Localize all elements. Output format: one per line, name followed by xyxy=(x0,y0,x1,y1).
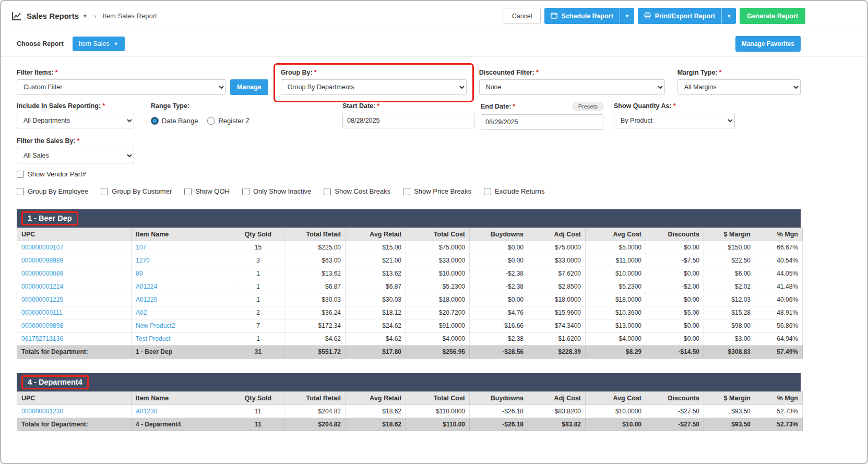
report-type-label: Item Sales xyxy=(79,40,110,47)
department-title: 1 - Beer Dep xyxy=(21,211,78,225)
column-header: Qty Sold xyxy=(232,228,284,241)
chevron-down-icon[interactable]: ▼ xyxy=(721,8,736,24)
table-cell: -$26.18 xyxy=(470,405,528,418)
department-group: 4 - Deparment4UPCItem NameQty SoldTotal … xyxy=(17,373,801,431)
table-cell: -$2.00 xyxy=(646,280,704,293)
totals-cell: -$28.56 xyxy=(470,346,528,359)
item-name-link[interactable]: A01224 xyxy=(136,283,157,290)
table-cell: $6.87 xyxy=(346,280,406,293)
cancel-button[interactable]: Cancel xyxy=(504,8,541,24)
table-cell: $18.0000 xyxy=(406,293,470,306)
item-name-link[interactable]: New Product2 xyxy=(136,322,175,329)
manage-filter-button[interactable]: Manage xyxy=(230,79,268,95)
presets-button[interactable]: Presets xyxy=(573,102,603,111)
upc-link[interactable]: 000000009898 xyxy=(21,322,63,329)
item-name-link[interactable]: 1270 xyxy=(136,257,150,264)
table-cell: $4.0000 xyxy=(406,332,470,346)
table-cell: 1270 xyxy=(132,254,232,267)
upc-link[interactable]: 000000001225 xyxy=(21,296,63,303)
item-name-link[interactable]: A02 xyxy=(136,309,147,316)
column-header: % Mgn xyxy=(755,392,803,405)
sales-report-table: UPCItem NameQty SoldTotal RetailAvg Reta… xyxy=(17,228,803,359)
include-in-sales-select[interactable]: All Departments xyxy=(17,113,134,128)
chevron-down-icon[interactable]: ▼ xyxy=(620,8,634,24)
item-name-link[interactable]: A01225 xyxy=(136,296,157,303)
upc-link[interactable]: 061752713136 xyxy=(21,335,63,342)
report-type-dropdown[interactable]: Item Sales ▼ xyxy=(73,37,125,51)
upc-link[interactable]: 000000000111 xyxy=(21,309,62,316)
table-cell: $6.87 xyxy=(284,280,346,293)
department-title: 4 - Deparment4 xyxy=(21,375,89,389)
upc-link[interactable]: 000000000089 xyxy=(21,270,63,277)
date-range-radio[interactable]: Date Range xyxy=(151,117,198,125)
item-name-link[interactable]: Test Product xyxy=(136,335,171,342)
schedule-report-button[interactable]: Schedule Report ▼ xyxy=(544,8,634,24)
group-by-select[interactable]: Group By Departments xyxy=(281,79,467,95)
column-header: Qty Sold xyxy=(232,392,284,405)
filter-sales-by-select[interactable]: All Sales xyxy=(17,148,134,163)
item-name-link[interactable]: 107 xyxy=(136,244,146,251)
margin-type-select[interactable]: All Margins xyxy=(677,79,801,95)
choose-report-strip: Choose Report Item Sales ▼ Manage Favori… xyxy=(1,31,867,57)
start-date-input[interactable] xyxy=(342,113,474,128)
table-cell: $11.0000 xyxy=(586,254,646,267)
margin-type-label: Margin Type: xyxy=(677,69,718,76)
table-cell: 56.86% xyxy=(755,319,803,332)
upc-link[interactable]: 000000001230 xyxy=(21,408,63,415)
department-totals-row: Totals for Department:1 - Beer Dep31$551… xyxy=(17,346,803,359)
table-cell: -$2.38 xyxy=(470,280,528,293)
discounted-filter-select[interactable]: None xyxy=(479,79,665,95)
table-cell: $20.7200 xyxy=(406,306,470,319)
register-z-radio[interactable]: Register Z xyxy=(207,117,249,125)
show-vendor-part-checkbox[interactable]: Show Vendor Part# xyxy=(17,170,801,178)
upc-link[interactable]: 000000098989 xyxy=(21,257,63,264)
table-cell: $15.00 xyxy=(346,241,406,254)
end-date-input[interactable] xyxy=(481,114,603,130)
totals-cell: $10.00 xyxy=(586,418,646,431)
column-header: UPC xyxy=(17,228,132,241)
print-export-button[interactable]: Print/Export Report ▼ xyxy=(638,8,736,24)
filter-items-select[interactable]: Custom Filter xyxy=(17,79,226,95)
include-in-sales-field: Include In Sales Reporting:* All Departm… xyxy=(17,102,134,128)
group-by-employee-checkbox[interactable]: Group By Employee xyxy=(17,187,88,195)
generate-report-button[interactable]: Generate Report xyxy=(740,8,805,24)
table-cell: 66.67% xyxy=(755,241,803,254)
table-cell: $18.62 xyxy=(346,405,406,418)
show-qoh-checkbox[interactable]: Show QOH xyxy=(184,187,230,195)
table-header-row: UPCItem NameQty SoldTotal RetailAvg Reta… xyxy=(17,392,803,405)
include-in-sales-label: Include In Sales Reporting: xyxy=(17,102,101,110)
exclude-returns-checkbox[interactable]: Exclude Returns xyxy=(484,187,544,195)
margin-type-field: Margin Type:* All Margins xyxy=(677,68,801,95)
calendar-icon xyxy=(551,12,557,20)
show-cost-breaks-checkbox[interactable]: Show Cost Breaks xyxy=(324,187,390,195)
totals-cell: $551.72 xyxy=(284,346,346,359)
column-header: $ Margin xyxy=(704,228,755,241)
table-cell: $4.62 xyxy=(346,332,406,346)
report-filters: Filter Items:* Custom Filter Manage Grou… xyxy=(1,57,867,195)
totals-cell: 11 xyxy=(232,418,284,431)
table-cell: $12.03 xyxy=(704,293,755,306)
filter-sales-by-field: Filter the Sales By:* All Sales xyxy=(17,137,134,163)
table-cell: 000000000089 xyxy=(17,267,132,280)
only-show-inactive-checkbox[interactable]: Only Show Inactive xyxy=(242,187,311,195)
table-row: 000000001225A012251$30.03$30.03$18.0000$… xyxy=(17,293,803,306)
table-cell: $2.8500 xyxy=(528,280,586,293)
table-cell: $10.0000 xyxy=(586,267,646,280)
show-price-breaks-checkbox[interactable]: Show Price Breaks xyxy=(403,187,471,195)
chevron-down-icon[interactable]: ▼ xyxy=(82,13,88,19)
table-cell: 44.05% xyxy=(755,267,803,280)
upc-link[interactable]: 000000000107 xyxy=(21,244,63,251)
column-header: Adj Cost xyxy=(528,228,586,241)
table-cell: $5.2300 xyxy=(586,280,646,293)
table-cell: $10.0000 xyxy=(586,405,646,418)
totals-cell: $228.39 xyxy=(528,346,586,359)
group-by-customer-checkbox[interactable]: Group By Customer xyxy=(101,187,172,195)
required-marker: * xyxy=(673,102,676,110)
item-name-link[interactable]: 89 xyxy=(136,270,142,277)
upc-link[interactable]: 000000001224 xyxy=(21,283,63,290)
totals-cell: $18.62 xyxy=(346,418,406,431)
show-quantity-as-select[interactable]: By Product xyxy=(614,113,735,128)
manage-favorites-button[interactable]: Manage Favorites xyxy=(735,36,801,52)
table-cell: $0.00 xyxy=(646,319,704,332)
item-name-link[interactable]: A01230 xyxy=(136,408,157,415)
